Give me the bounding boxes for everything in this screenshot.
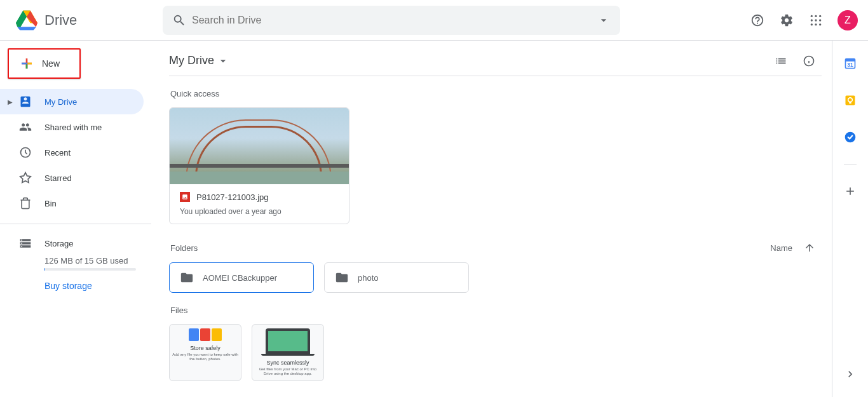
search-options-icon[interactable] <box>591 8 616 33</box>
svg-marker-1 <box>17 27 36 30</box>
svg-point-9 <box>819 19 821 21</box>
storage-icon <box>18 236 33 251</box>
svg-point-6 <box>819 15 821 17</box>
breadcrumb[interactable]: My Drive <box>169 54 229 67</box>
storage-usage-text: 126 MB of 15 GB used <box>0 256 151 266</box>
svg-point-10 <box>811 24 813 25</box>
keep-app-icon[interactable] <box>837 88 863 113</box>
svg-point-7 <box>811 19 813 21</box>
storage-label: Storage <box>44 239 74 248</box>
apps-icon[interactable] <box>803 8 829 33</box>
search-icon[interactable] <box>166 8 192 33</box>
sidebar-item-storage[interactable]: Storage <box>0 231 151 256</box>
search-box[interactable] <box>163 6 620 35</box>
header-actions: Z <box>745 8 863 33</box>
promo-title: Store safely <box>170 345 241 351</box>
header: Drive Z <box>0 0 868 41</box>
info-icon[interactable] <box>796 48 822 74</box>
folder-name: AOMEI CBackupper <box>203 273 277 283</box>
image-file-icon <box>180 192 190 202</box>
thumbnail <box>170 108 349 184</box>
expand-icon[interactable]: ▶ <box>8 98 15 105</box>
quick-access-heading: Quick access <box>170 89 817 98</box>
search-area <box>163 6 745 35</box>
sort-label: Name <box>770 243 792 253</box>
file-name: P81027-121003.jpg <box>196 192 269 202</box>
file-item[interactable]: Store safely Add any file you want to ke… <box>169 324 241 381</box>
svg-point-4 <box>811 15 813 17</box>
folders-heading: Folders <box>170 243 198 253</box>
svg-point-12 <box>819 24 821 25</box>
app-title: Drive <box>44 12 77 29</box>
svg-point-11 <box>815 24 817 25</box>
promo-title: Sync seamlessly <box>252 360 323 366</box>
breadcrumb-label: My Drive <box>169 54 214 67</box>
help-icon[interactable] <box>745 8 770 33</box>
arrow-up-icon <box>804 242 815 253</box>
logo-area[interactable]: Drive <box>5 8 163 33</box>
folder-item[interactable]: AOMEI CBackupper <box>169 262 314 293</box>
folder-icon <box>335 271 349 285</box>
sidebar-item-my-drive[interactable]: ▶ My Drive <box>0 89 144 114</box>
star-icon <box>18 170 33 185</box>
svg-rect-20 <box>846 96 855 105</box>
drive-logo-icon <box>14 8 39 33</box>
sidebar-item-label: Starred <box>44 173 72 183</box>
recent-icon <box>18 145 33 160</box>
plus-icon <box>19 56 34 71</box>
side-panel: 31 <box>832 41 868 397</box>
svg-rect-22 <box>849 102 851 104</box>
bin-icon <box>18 196 33 211</box>
sidebar-item-recent[interactable]: Recent <box>0 140 144 165</box>
sidebar-item-label: My Drive <box>44 97 77 107</box>
calendar-app-icon[interactable]: 31 <box>837 51 863 76</box>
svg-text:31: 31 <box>847 62 853 68</box>
separator <box>844 164 857 165</box>
buy-storage-link[interactable]: Buy storage <box>0 281 151 291</box>
my-drive-icon <box>18 94 33 109</box>
shared-icon <box>18 119 33 135</box>
quick-access-item[interactable]: P81027-121003.jpg You uploaded over a ye… <box>169 107 349 224</box>
sidebar-item-starred[interactable]: Starred <box>0 165 144 191</box>
avatar[interactable]: Z <box>837 10 858 30</box>
sidebar-item-label: Shared with me <box>44 123 102 132</box>
new-button-label: New <box>42 58 60 69</box>
folder-item[interactable]: photo <box>324 262 469 293</box>
chevron-down-icon <box>217 55 229 67</box>
new-button[interactable]: New <box>8 48 81 79</box>
folder-icon <box>180 271 194 285</box>
folder-name: photo <box>358 273 379 283</box>
storage-bar <box>44 268 136 271</box>
sidebar-item-shared[interactable]: Shared with me <box>0 114 144 140</box>
add-app-icon[interactable] <box>837 178 863 204</box>
collapse-panel-icon[interactable] <box>837 361 863 387</box>
file-item[interactable]: Sync seamlessly Get files from your Mac … <box>252 324 324 381</box>
svg-point-8 <box>815 19 817 21</box>
promo-sub: Get files from your Mac or PC into Drive… <box>252 367 323 376</box>
tasks-app-icon[interactable] <box>837 124 863 150</box>
sort-button[interactable]: Name <box>770 242 815 253</box>
promo-sub: Add any file you want to keep safe with … <box>170 353 241 361</box>
file-subtitle: You uploaded over a year ago <box>180 207 339 216</box>
sidebar-item-label: Bin <box>44 199 57 208</box>
sidebar-item-bin[interactable]: Bin <box>0 191 144 216</box>
svg-rect-18 <box>846 59 855 62</box>
settings-icon[interactable] <box>774 8 799 33</box>
svg-point-5 <box>815 15 817 17</box>
search-input[interactable] <box>192 15 591 26</box>
list-view-icon[interactable] <box>768 48 794 74</box>
main-header: My Drive <box>169 46 822 76</box>
files-heading: Files <box>170 306 817 315</box>
sidebar-item-label: Recent <box>44 148 71 158</box>
sidebar: New ▶ My Drive Shared with me Recent <box>0 41 151 397</box>
main-content: My Drive Quick access <box>151 41 832 397</box>
